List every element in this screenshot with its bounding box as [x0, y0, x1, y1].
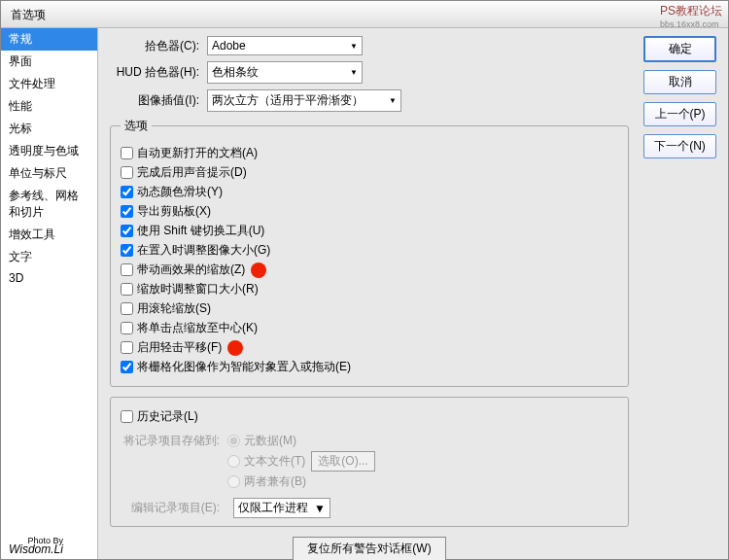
edit-log-combo[interactable]: 仅限工作进程 ▼ [233, 498, 330, 518]
option-label-4: 使用 Shift 键切换工具(U) [137, 223, 264, 239]
option-checkbox-5[interactable] [121, 244, 133, 257]
option-label-2: 动态颜色滑块(Y) [137, 184, 223, 200]
watermark-line1: PS教程论坛 [660, 3, 722, 19]
option-checkbox-2[interactable] [121, 186, 133, 198]
options-legend: 选项 [121, 118, 152, 134]
hud-picker-combo[interactable]: 色相条纹 ▼ [207, 61, 363, 84]
interp-label: 图像插值(I): [110, 92, 207, 109]
option-row-6: 带动画效果的缩放(Z) [121, 262, 618, 278]
option-checkbox-9[interactable] [121, 322, 133, 334]
sidebar-item-10[interactable]: 3D [1, 268, 97, 288]
options-fieldset: 选项 自动更新打开的文档(A)完成后用声音提示(D)动态颜色滑块(Y)导出剪贴板… [110, 118, 629, 387]
history-radio-row-1: 文本文件(T)选取(O)... [227, 451, 618, 472]
history-log-label: 历史记录(L) [137, 408, 198, 425]
watermark: PS教程论坛 bbs.16xx8.com [660, 3, 722, 29]
main: 常规界面文件处理性能光标透明度与色域单位与标尺参考线、网格和切片增效工具文字3D… [1, 28, 728, 559]
history-radio-label-0: 元数据(M) [244, 433, 296, 449]
option-checkbox-3[interactable] [121, 205, 133, 218]
history-log-checkbox[interactable] [121, 410, 133, 423]
color-picker-value: Adobe [212, 39, 246, 52]
option-row-8: 用滚轮缩放(S) [121, 300, 618, 317]
signature-name: Wisdom.Li [9, 542, 63, 556]
chevron-down-icon: ▼ [350, 68, 358, 77]
history-radio-0[interactable] [227, 435, 240, 447]
sidebar-item-1[interactable]: 界面 [1, 51, 97, 73]
history-radio-row-2: 两者兼有(B) [227, 473, 618, 490]
history-radio-2[interactable] [227, 475, 240, 488]
option-label-1: 完成后用声音提示(D) [137, 164, 247, 181]
history-radio-row-0: 元数据(M) [227, 433, 618, 449]
option-checkbox-10[interactable] [121, 341, 133, 354]
color-picker-combo[interactable]: Adobe ▼ [207, 36, 363, 55]
choose-file-button[interactable]: 选取(O)... [311, 451, 374, 472]
option-label-0: 自动更新打开的文档(A) [137, 145, 258, 161]
ok-button[interactable]: 确定 [643, 36, 716, 62]
content: 拾色器(C): Adobe ▼ HUD 拾色器(H): 色相条纹 ▼ 图像插值(… [98, 28, 728, 559]
chevron-down-icon: ▼ [389, 96, 397, 105]
option-label-3: 导出剪贴板(X) [137, 203, 211, 220]
sidebar-item-2[interactable]: 文件处理 [1, 73, 97, 95]
sidebar-item-3[interactable]: 性能 [1, 95, 97, 118]
option-row-3: 导出剪贴板(X) [121, 203, 618, 220]
edit-log-value: 仅限工作进程 [238, 500, 308, 516]
edit-log-label: 编辑记录项目(E): [121, 498, 227, 518]
option-checkbox-1[interactable] [121, 166, 133, 179]
option-row-9: 将单击点缩放至中心(K) [121, 320, 618, 336]
option-row-4: 使用 Shift 键切换工具(U) [121, 223, 618, 239]
sidebar-item-4[interactable]: 光标 [1, 118, 97, 140]
history-radio-label-2: 两者兼有(B) [244, 473, 306, 490]
sidebar-item-6[interactable]: 单位与标尺 [1, 162, 97, 185]
sidebar-item-7[interactable]: 参考线、网格和切片 [1, 185, 97, 224]
color-picker-label: 拾色器(C): [110, 38, 207, 54]
option-checkbox-7[interactable] [121, 283, 133, 296]
chevron-down-icon: ▼ [314, 502, 326, 515]
highlight-dot-icon [251, 262, 266, 278]
option-row-10: 启用轻击平移(F) [121, 339, 618, 356]
chevron-down-icon: ▼ [350, 42, 358, 51]
sidebar-item-8[interactable]: 增效工具 [1, 224, 97, 246]
option-label-11: 将栅格化图像作为智能对象置入或拖动(E) [137, 359, 351, 375]
option-checkbox-0[interactable] [121, 147, 133, 159]
option-row-2: 动态颜色滑块(Y) [121, 184, 618, 200]
option-checkbox-6[interactable] [121, 263, 133, 276]
history-radio-1[interactable] [227, 455, 240, 468]
option-row-0: 自动更新打开的文档(A) [121, 145, 618, 161]
interp-combo[interactable]: 两次立方（适用于平滑渐变） ▼ [207, 89, 401, 112]
highlight-dot-icon [227, 340, 243, 356]
prev-button[interactable]: 上一个(P) [643, 102, 716, 126]
option-checkbox-4[interactable] [121, 225, 133, 237]
option-row-5: 在置入时调整图像大小(G) [121, 242, 618, 259]
sidebar-item-9[interactable]: 文字 [1, 246, 97, 268]
option-checkbox-11[interactable] [121, 361, 133, 373]
window-title: 首选项 [11, 8, 46, 21]
hud-picker-label: HUD 拾色器(H): [110, 64, 207, 81]
history-radio-label-1: 文本文件(T) [244, 453, 305, 470]
option-label-9: 将单击点缩放至中心(K) [137, 320, 258, 336]
option-row-7: 缩放时调整窗口大小(R) [121, 281, 618, 298]
history-fieldset: 历史记录(L) 将记录项目存储到: 元数据(M)文本文件(T)选取(O)...两… [110, 397, 629, 527]
hud-picker-value: 色相条纹 [212, 64, 259, 81]
next-button[interactable]: 下一个(N) [643, 134, 716, 158]
preferences-window: 首选项 PS教程论坛 bbs.16xx8.com 常规界面文件处理性能光标透明度… [0, 0, 729, 560]
option-checkbox-8[interactable] [121, 302, 133, 315]
cancel-button[interactable]: 取消 [643, 70, 716, 94]
sidebar: 常规界面文件处理性能光标透明度与色域单位与标尺参考线、网格和切片增效工具文字3D [1, 28, 98, 559]
sidebar-item-5[interactable]: 透明度与色域 [1, 140, 97, 162]
history-save-to-label: 将记录项目存储到: [121, 431, 227, 492]
titlebar: 首选项 PS教程论坛 bbs.16xx8.com [1, 1, 728, 28]
signature: Photo By Wisdom.Li [9, 536, 63, 557]
option-row-11: 将栅格化图像作为智能对象置入或拖动(E) [121, 359, 618, 375]
option-label-7: 缩放时调整窗口大小(R) [137, 281, 259, 298]
dialog-buttons: 确定 取消 上一个(P) 下一个(N) [643, 36, 716, 158]
reset-warnings-button[interactable]: 复位所有警告对话框(W) [293, 537, 445, 560]
option-label-6: 带动画效果的缩放(Z) [137, 262, 245, 278]
interp-value: 两次立方（适用于平滑渐变） [212, 92, 364, 109]
option-row-1: 完成后用声音提示(D) [121, 164, 618, 181]
sidebar-item-0[interactable]: 常规 [1, 28, 97, 51]
option-label-10: 启用轻击平移(F) [137, 339, 222, 356]
option-label-8: 用滚轮缩放(S) [137, 300, 211, 317]
option-label-5: 在置入时调整图像大小(G) [137, 242, 270, 259]
